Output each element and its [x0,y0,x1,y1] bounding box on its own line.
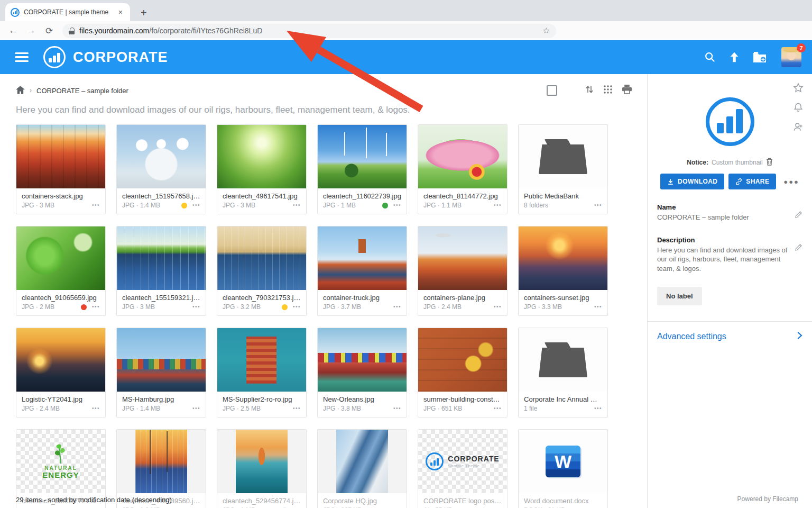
file-thumbnail[interactable] [117,328,206,392]
item-menu-button[interactable]: ••• [192,203,200,208]
file-name[interactable]: cleantech_49617541.jpg [223,192,301,200]
file-name[interactable]: MS-Hamburg.jpg [122,395,200,403]
user-avatar[interactable]: 7 [781,47,801,67]
file-card[interactable]: cleantech_790321753.jpgJPG · 3.2 MB••• [217,226,307,316]
select-all-checkbox[interactable] [547,85,557,96]
file-name[interactable]: container-truck.jpg [323,294,401,302]
file-name[interactable]: cleantech_790321753.jpg [223,294,301,302]
add-folder-icon[interactable] [753,51,767,63]
file-card[interactable]: New-Orleans.jpgJPG · 3.8 MB••• [317,328,407,418]
file-name[interactable]: Word document.docx [524,497,602,505]
sort-icon[interactable] [585,85,594,96]
file-card[interactable]: containers-plane.jpgJPG · 2.4 MB••• [418,226,508,316]
file-card[interactable]: WWord document.docxDOCX · 21 KB••• [518,429,608,508]
file-thumbnail[interactable]: CORPORATESample Theme [418,430,507,493]
file-name[interactable]: summer-building-construction.jpg [423,395,502,403]
edit-description-icon[interactable] [795,243,802,253]
file-thumbnail[interactable] [117,430,206,493]
print-icon[interactable] [622,85,632,96]
delete-thumbnail-icon[interactable] [766,158,773,167]
file-thumbnail[interactable] [16,226,105,290]
item-menu-button[interactable]: ••• [92,406,100,411]
label-chip[interactable]: No label [657,287,702,305]
file-thumbnail[interactable] [318,430,407,493]
file-card[interactable]: containers-sunset.jpgJPG · 3.3 MB••• [518,226,608,316]
file-name[interactable]: cleantech_91065659.jpg [22,294,100,302]
bell-icon[interactable] [793,102,804,115]
file-thumbnail[interactable] [418,125,507,188]
file-card[interactable]: cleantech_49617541.jpgJPG · 3 MB••• [217,124,307,214]
file-thumbnail[interactable] [318,328,407,392]
item-menu-button[interactable]: ••• [293,203,301,208]
item-menu-button[interactable]: ••• [594,406,602,411]
file-thumbnail[interactable] [318,226,407,290]
item-menu-button[interactable]: ••• [293,304,301,310]
url-text[interactable]: files.yourdomain.com/fo/corporate/fi/IYt… [79,26,539,35]
edit-name-icon[interactable] [795,211,802,221]
item-menu-button[interactable]: ••• [92,304,100,310]
advanced-settings-link[interactable]: Advanced settings [648,322,812,342]
folder-card[interactable]: Corporate Inc Annual Report1 file••• [518,328,608,418]
file-card[interactable]: MS-Hamburg.jpgJPG · 1.4 MB••• [116,328,206,418]
file-thumbnail[interactable] [519,125,607,188]
item-menu-button[interactable]: ••• [393,406,401,411]
file-name[interactable]: cleantech_116022739.jpg [323,192,401,200]
file-name[interactable]: cleantech_81144772.jpg [423,192,502,200]
brand-name[interactable]: CORPORATE [73,49,168,66]
favorite-star-icon[interactable] [793,83,804,95]
file-name[interactable]: Public MediaBank [524,192,602,200]
item-menu-button[interactable]: ••• [92,203,100,208]
more-actions-button[interactable]: ●●● [783,178,799,186]
file-thumbnail[interactable] [217,226,306,290]
follow-user-icon[interactable] [793,122,804,134]
file-name[interactable]: cleantech_151957658.jpg [122,192,200,200]
file-name[interactable]: New-Orleans.jpg [323,395,401,403]
grid-view-icon[interactable] [603,85,613,96]
file-card[interactable]: MS-Supplier2-ro-ro.jpgJPG · 2.5 MB••• [217,328,307,418]
file-card[interactable]: cleantech_116022739.jpgJPG · 1 MB••• [317,124,407,214]
file-thumbnail[interactable] [117,226,206,290]
notification-badge[interactable]: 7 [797,43,806,52]
item-menu-button[interactable]: ••• [494,203,502,208]
file-name[interactable]: cleantech_529456774.jpg [223,497,301,505]
search-icon[interactable] [704,51,716,63]
item-menu-button[interactable]: ••• [393,304,401,310]
file-thumbnail[interactable]: NATURALENERGY [16,430,105,493]
file-name[interactable]: containers-stack.jpg [22,192,100,200]
home-icon[interactable] [16,86,25,96]
upload-icon[interactable] [728,51,740,63]
file-card[interactable]: Logistic-YT2041.jpgJPG · 2.4 MB••• [16,328,106,418]
file-thumbnail[interactable] [16,125,105,188]
file-thumbnail[interactable] [318,125,407,188]
powered-by[interactable]: Powered by Filecamp [737,495,798,503]
file-name[interactable]: containers-sunset.jpg [524,294,602,302]
file-thumbnail[interactable] [418,328,507,392]
file-card[interactable]: containers-stack.jpgJPG · 3 MB••• [16,124,106,214]
bookmark-star-icon[interactable]: ☆ [543,26,550,35]
item-menu-button[interactable]: ••• [192,406,200,411]
file-card[interactable]: cleantech_529456774.jpgJPG · 1 MB••• [217,429,307,508]
file-thumbnail[interactable] [519,226,607,290]
file-thumbnail[interactable] [16,328,105,392]
file-card[interactable]: summer-building-construction.jpgJPG · 65… [418,328,508,418]
file-name[interactable]: Corporate HQ.jpg [323,497,401,505]
item-menu-button[interactable]: ••• [594,304,602,310]
file-card[interactable]: container-truck.jpgJPG · 3.7 MB••• [317,226,407,316]
new-tab-button[interactable]: + [137,7,150,21]
file-card[interactable]: cleantech_91065659.jpgJPG · 2 MB••• [16,226,106,316]
browser-tab[interactable]: CORPORATE | sample theme × [5,3,130,21]
file-thumbnail[interactable] [117,125,206,188]
brand-logo-icon[interactable] [43,46,66,68]
file-thumbnail[interactable] [418,226,507,290]
file-name[interactable]: Corporate Inc Annual Report [524,395,602,403]
refresh-icon[interactable]: ⟳ [42,24,56,38]
file-card[interactable]: Corporate HQ.jpgJPG · 997 KB••• [317,429,407,508]
file-thumbnail[interactable] [217,125,306,188]
file-name[interactable]: cleantech_155159321.jpg [122,294,200,302]
file-name[interactable]: MS-Supplier2-ro-ro.jpg [223,395,301,403]
item-menu-button[interactable]: ••• [594,203,602,208]
file-name[interactable]: containers-plane.jpg [423,294,502,302]
share-button[interactable]: SHARE [728,174,776,189]
download-button[interactable]: DOWNLOAD [660,174,724,189]
file-thumbnail[interactable]: W [519,430,607,493]
